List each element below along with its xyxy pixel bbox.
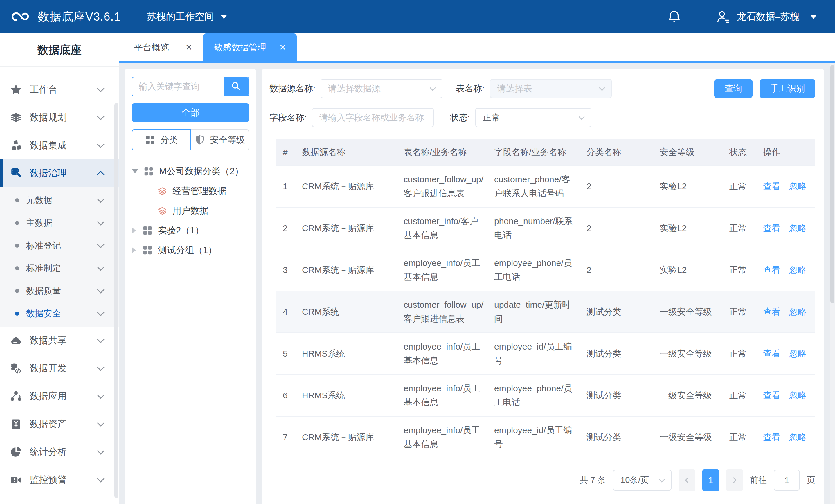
query-button[interactable]: 查询: [714, 79, 753, 98]
close-icon[interactable]: ×: [280, 42, 286, 53]
ignore-link[interactable]: 忽略: [789, 388, 807, 402]
toggle-security-level[interactable]: 安全等级: [191, 129, 249, 150]
tree-node[interactable]: 测试分组（1）: [132, 240, 249, 260]
table-cell: phone_number/联系电话: [494, 207, 587, 249]
table-select[interactable]: 请选择表: [490, 79, 612, 98]
ignore-link[interactable]: 忽略: [789, 305, 807, 319]
toggle-label: 安全等级: [210, 134, 245, 146]
tree-leaf[interactable]: 用户数据: [132, 201, 249, 221]
layers-icon: [157, 186, 167, 196]
tree-node[interactable]: M公司数据分类（2）: [132, 161, 249, 181]
column-header: #: [277, 139, 302, 165]
chevron-down-icon: [97, 309, 104, 316]
table-cell: employee_id/员工编号: [494, 417, 587, 458]
sidebar-item-data-assets[interactable]: 数据资产: [0, 410, 119, 438]
tree-node[interactable]: 实验2（1）: [132, 221, 249, 240]
top-header: 数据底座V3.6.1 苏槐的工作空间 龙石数据–苏槐: [0, 0, 835, 34]
scrollbar-thumb[interactable]: [830, 65, 834, 303]
search-input[interactable]: [133, 77, 224, 96]
sub-item-label: 数据安全: [26, 308, 61, 320]
status-label: 状态:: [450, 112, 470, 124]
sidebar-sub-item-data-quality[interactable]: 数据质量: [0, 280, 119, 302]
classification-tree: M公司数据分类（2） 经营管理数据 用户数据 实验2（1: [132, 161, 249, 260]
user-name: 龙石数据–苏槐: [737, 10, 799, 23]
view-link[interactable]: 查看: [763, 179, 780, 193]
chevron-down-icon: [97, 336, 104, 343]
page-scrollbar[interactable]: [830, 63, 835, 504]
sidebar-sub-item-master-data[interactable]: 主数据: [0, 211, 119, 234]
sidebar-item-data-integration[interactable]: 数据集成: [0, 132, 119, 159]
column-header: 操作: [763, 139, 815, 165]
current-page-button[interactable]: 1: [702, 469, 719, 491]
table-cell: employee_info/员工基本信息: [404, 249, 494, 290]
view-link[interactable]: 查看: [763, 305, 780, 319]
ignore-link[interactable]: 忽略: [789, 221, 807, 235]
table-body: 1CRM系统－贴源库customer_follow_up/客户跟进信息表cust…: [277, 165, 815, 458]
ignore-link[interactable]: 忽略: [789, 179, 807, 193]
sidebar-sub-item-standard-registration[interactable]: 标准登记: [0, 234, 119, 257]
sidebar-item-statistics[interactable]: 统计分析: [0, 438, 119, 466]
sidebar-sub-item-data-security[interactable]: 数据安全: [0, 302, 119, 325]
user-menu[interactable]: 龙石数据–苏槐: [715, 9, 817, 24]
bullet-icon: [15, 198, 19, 202]
sidebar-scrollbar[interactable]: [115, 103, 119, 498]
caret-expanded-icon: [132, 169, 138, 173]
page-size-value: 10条/页: [620, 475, 649, 486]
table-cell: customer_follow_up/客户跟进信息表: [404, 291, 494, 332]
chevron-down-icon: [97, 391, 104, 399]
filter-row-1: 数据源名称: 请选择数据源 表名称: 请选择表 查询 手工识别: [269, 79, 815, 98]
table-cell: customer_info/客户基本信息: [404, 207, 494, 249]
prev-page-button[interactable]: [678, 469, 695, 491]
sidebar-item-data-governance[interactable]: 数据治理: [0, 159, 119, 187]
grid-icon: [142, 245, 153, 256]
tab-platform-overview[interactable]: 平台概览 ×: [123, 34, 203, 61]
table-row: 4CRM系统customer_follow_up/客户跟进信息表update_t…: [277, 290, 815, 332]
sidebar-item-data-development[interactable]: 数据开发: [0, 355, 119, 382]
field-name-input[interactable]: [312, 108, 434, 127]
table-cell: 正常: [729, 207, 763, 249]
datasource-select[interactable]: 请选择数据源: [321, 79, 443, 98]
toggle-label: 分类: [161, 134, 178, 146]
tree-leaf-label: 经营管理数据: [172, 185, 226, 197]
tab-bar: 平台概览 × 敏感数据管理 ×: [119, 34, 835, 63]
tree-node-label: M公司数据分类（2）: [159, 165, 244, 177]
sidebar-item-label: 数据共享: [29, 334, 67, 347]
toggle-category[interactable]: 分类: [132, 129, 191, 150]
chevron-down-icon: [810, 15, 817, 19]
search-button[interactable]: [224, 77, 248, 96]
table-header: #数据源名称表名称/业务名称字段名称/业务名称分类名称安全等级状态操作: [277, 139, 815, 165]
view-link[interactable]: 查看: [763, 221, 780, 235]
close-icon[interactable]: ×: [186, 42, 192, 53]
ignore-link[interactable]: 忽略: [789, 263, 807, 277]
view-link[interactable]: 查看: [763, 347, 780, 361]
workspace-switcher[interactable]: 苏槐的工作空间: [147, 10, 227, 23]
sidebar-item-workbench[interactable]: 工作台: [0, 76, 119, 104]
all-button[interactable]: 全部: [132, 103, 249, 122]
sidebar-item-data-planning[interactable]: 数据规划: [0, 104, 119, 132]
sidebar-sub-item-metadata[interactable]: 元数据: [0, 189, 119, 211]
ignore-link[interactable]: 忽略: [789, 347, 807, 361]
database-code-icon: [10, 362, 22, 375]
sidebar-item-label: 统计分析: [29, 446, 67, 459]
goto-page-input[interactable]: [774, 470, 800, 491]
tab-label: 平台概览: [134, 41, 169, 54]
manual-identify-button[interactable]: 手工识别: [759, 79, 815, 98]
status-select[interactable]: 正常: [475, 108, 591, 127]
sidebar-item-data-sharing[interactable]: 数据共享: [0, 327, 119, 355]
sidebar-item-monitoring[interactable]: 监控预警: [0, 466, 119, 494]
table-cell: 正常: [729, 166, 763, 207]
table-row: 5HRMS系统employee_info/员工基本信息employee_id/员…: [277, 332, 815, 374]
page-size-select[interactable]: 10条/页: [613, 470, 672, 491]
tree-leaf[interactable]: 经营管理数据: [132, 181, 249, 201]
view-link[interactable]: 查看: [763, 388, 780, 402]
table-cell: CRM系统－贴源库: [302, 166, 404, 207]
sidebar-sub-item-standard-setting[interactable]: 标准制定: [0, 257, 119, 280]
ignore-link[interactable]: 忽略: [789, 430, 807, 444]
view-link[interactable]: 查看: [763, 263, 780, 277]
view-link[interactable]: 查看: [763, 430, 780, 444]
tab-sensitive-data-management[interactable]: 敏感数据管理 ×: [203, 34, 297, 61]
sidebar-item-data-application[interactable]: 数据应用: [0, 382, 119, 410]
chevron-down-icon: [430, 84, 436, 90]
notifications-button[interactable]: [667, 9, 682, 24]
next-page-button[interactable]: [726, 469, 743, 491]
